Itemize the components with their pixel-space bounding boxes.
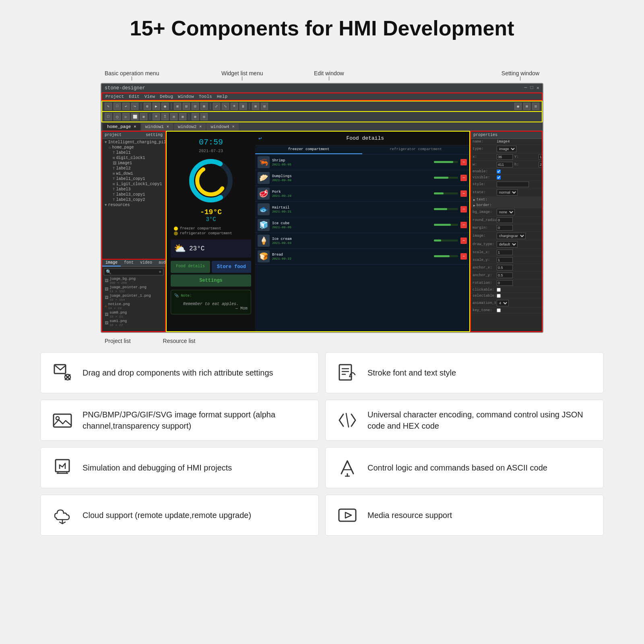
food-delete-dumplings[interactable]: − <box>460 175 467 181</box>
resource-search: 🔍 + <box>104 268 163 275</box>
prop-rotation-input[interactable] <box>497 280 513 286</box>
prop-scale-x-input[interactable] <box>497 250 513 255</box>
toolbar-btn-5[interactable]: ⚙ <box>144 103 151 110</box>
btn-store-food[interactable]: Store food <box>212 261 251 273</box>
prop-state-select[interactable]: normal <box>497 189 518 196</box>
toolbar-btn-9[interactable]: ⊟ <box>183 103 190 110</box>
toolbar-btn-17[interactable]: ⊟ <box>261 103 268 110</box>
tree-label1[interactable]: T label1 <box>103 150 164 155</box>
res-tab-video[interactable]: video <box>137 260 155 266</box>
prop-h-input[interactable] <box>539 162 543 167</box>
food-delete-pork[interactable]: − <box>460 190 467 197</box>
food-thumb-pork: 🥩 <box>258 188 270 200</box>
back-btn[interactable]: ↩ <box>258 135 262 142</box>
prop-clickable-checkbox[interactable] <box>497 288 501 292</box>
menu-window[interactable]: Window <box>178 94 194 99</box>
prop-w-input[interactable] <box>497 162 513 167</box>
toolbar2-btn-10[interactable]: ⊞ <box>192 113 199 120</box>
tree-resources[interactable]: ▼ resources <box>103 202 164 208</box>
prop-y-input[interactable] <box>539 154 543 160</box>
res-file-meta-2: 11 × 152 <box>109 289 147 293</box>
food-delete-icecream[interactable]: − <box>460 237 467 244</box>
tree-widow1[interactable]: ⊞ wi_dow1 <box>103 171 164 176</box>
ann-setting: Setting window <box>502 70 539 76</box>
tab-freezer[interactable]: freezer compartment <box>255 145 362 154</box>
prop-draw-type-select[interactable]: default <box>497 241 518 248</box>
tree-image1[interactable]: 🖼 image1 <box>103 161 164 166</box>
toolbar2-btn-1[interactable]: □ <box>105 113 112 120</box>
toolbar-btn-right-3[interactable]: ⊡ <box>532 103 539 110</box>
add-resource-btn[interactable]: + <box>159 270 161 275</box>
prop-anim-select[interactable]: 4 <box>497 300 509 306</box>
toolbar2-btn-6[interactable]: ≡ <box>153 113 160 120</box>
prop-visible-checkbox[interactable] <box>497 175 501 180</box>
prop-image-select[interactable]: chargingcar <box>497 233 526 239</box>
tree-home[interactable]: ⌂ home_page <box>103 145 164 150</box>
toolbar-btn-15[interactable]: ≣ <box>239 103 247 110</box>
res-tab-font[interactable]: font <box>121 260 137 266</box>
menu-tools[interactable]: Tools <box>199 94 212 99</box>
toolbar2-btn-8[interactable]: ⊡ <box>170 113 178 120</box>
prop-anchor-x-input[interactable] <box>497 265 513 270</box>
prop-key-tone-checkbox[interactable] <box>497 308 501 312</box>
toolbar-btn-16[interactable]: ⊞ <box>252 103 259 110</box>
toolbar-btn-6[interactable]: ▶ <box>153 103 160 110</box>
toolbar2-btn-2[interactable]: ◯ <box>114 113 121 120</box>
toolbar-btn-11[interactable]: ⊞ <box>200 103 208 110</box>
tree-root[interactable]: ▼ Intelligent_charging_pile_new <box>103 140 164 145</box>
toolbar2-btn-4[interactable]: ⬜ <box>131 113 138 120</box>
res-tab-image[interactable]: image <box>102 260 121 266</box>
search-input[interactable] <box>111 270 144 274</box>
menu-help[interactable]: Help <box>217 94 227 99</box>
toolbar2-btn-7[interactable]: Ξ <box>161 113 169 120</box>
prop-selectable-checkbox[interactable] <box>497 294 501 298</box>
toolbar-btn-3[interactable]: ↩ <box>122 103 130 110</box>
toolbar-btn-10[interactable]: ⊡ <box>192 103 199 110</box>
food-delete-bread[interactable]: − <box>460 253 467 260</box>
btn-food-details[interactable]: Food details <box>171 261 210 273</box>
toolbar-btn-14[interactable]: ≡ <box>231 103 238 110</box>
toolbar-btn-7[interactable]: ◉ <box>161 103 169 110</box>
toolbar-btn-13[interactable]: ⤡ <box>222 103 229 110</box>
menu-debug[interactable]: Debug <box>160 94 173 99</box>
prop-round-input[interactable] <box>497 217 513 223</box>
toolbar-btn-right-2[interactable]: ⊞ <box>523 103 530 110</box>
tab-window2[interactable]: window2 × <box>174 123 206 130</box>
prop-x-input[interactable] <box>497 154 513 160</box>
tab-window1[interactable]: window1 × <box>141 123 173 130</box>
menu-project[interactable]: Project <box>105 94 124 99</box>
tab-window4[interactable]: window4 × <box>206 123 238 130</box>
btn-settings[interactable]: Settings <box>171 275 251 287</box>
tree-label3[interactable]: T label3 <box>103 187 164 192</box>
menu-view[interactable]: View <box>144 94 155 99</box>
food-delete-shrimp[interactable]: − <box>460 159 467 165</box>
toolbar-btn-4[interactable]: ↪ <box>131 103 138 110</box>
prop-margin-input[interactable] <box>497 225 513 231</box>
prop-type-select[interactable]: image <box>497 146 516 152</box>
toolbar-btn-1[interactable]: ✎ <box>105 103 112 110</box>
prop-anchor-y-input[interactable] <box>497 272 513 278</box>
toolbar-btn-8[interactable]: ⊞ <box>174 103 181 110</box>
tree-l3c1[interactable]: T label3_copy1 <box>103 192 164 197</box>
toolbar-btn-right-1[interactable]: ◉ <box>514 103 522 110</box>
tab-refrigerator[interactable]: refrigerator compartment <box>362 145 469 154</box>
toolbar2-btn-9[interactable]: ⊞ <box>179 113 186 120</box>
toolbar2-btn-11[interactable]: ⊟ <box>200 113 208 120</box>
prop-scale-y-input[interactable] <box>497 257 513 263</box>
tab-home[interactable]: home_page × <box>103 123 140 130</box>
menu-edit[interactable]: Edit <box>129 94 139 99</box>
tree-clockcopy1[interactable]: ⊞ i_igit_clock1_copy1 <box>103 182 164 187</box>
prop-enable-checkbox[interactable] <box>497 169 501 173</box>
toolbar-btn-2[interactable]: □ <box>114 103 121 110</box>
toolbar-btn-12[interactable]: ⤢ <box>213 103 220 110</box>
tree-l3c2[interactable]: T label3_copy2 <box>103 197 164 202</box>
toolbar2-btn-3[interactable]: ▷ <box>122 113 130 120</box>
tree-label1copy1[interactable]: T label1_copy1 <box>103 176 164 182</box>
prop-style-input[interactable] <box>497 182 529 187</box>
food-delete-icecube[interactable]: − <box>460 222 467 228</box>
food-delete-hairtail[interactable]: − <box>460 206 467 213</box>
tree-label2[interactable]: T label2 <box>103 166 164 171</box>
prop-bg-image-select[interactable]: none <box>497 209 515 215</box>
tree-clock1[interactable]: ⊞ digit_clock1 <box>103 155 164 161</box>
toolbar2-btn-5[interactable]: ⊞ <box>140 113 147 120</box>
